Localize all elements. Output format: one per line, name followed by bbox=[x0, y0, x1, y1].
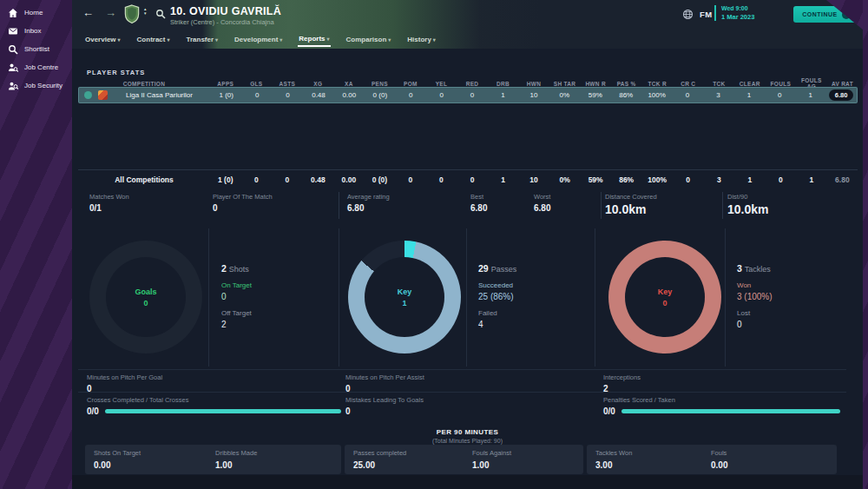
sidebar-item-label: Shortlist bbox=[24, 45, 49, 53]
column-header[interactable]: FOULS bbox=[766, 81, 797, 87]
club-badge-icon[interactable] bbox=[123, 4, 141, 24]
column-header[interactable]: TCK R bbox=[641, 81, 673, 87]
back-arrow-icon[interactable]: ← bbox=[82, 6, 94, 19]
chevron-down-icon: ▾ bbox=[279, 37, 282, 43]
stat-cell: 0 bbox=[426, 175, 457, 184]
column-header[interactable]: DRB bbox=[488, 81, 519, 87]
column-header[interactable]: APPS bbox=[210, 81, 241, 87]
stat-cell: 0% bbox=[549, 91, 580, 99]
passes-donut-chart: Key 1 bbox=[348, 241, 461, 354]
column-header[interactable]: POM bbox=[395, 81, 426, 87]
per90-stat: Fouls Against 1.00 bbox=[472, 449, 511, 470]
sidebar-item-inbox[interactable]: Inbox bbox=[0, 22, 72, 40]
per90-stat: Passes completed 25.00 bbox=[353, 449, 406, 470]
divider bbox=[722, 192, 723, 219]
column-header[interactable]: CR C bbox=[673, 81, 704, 87]
competition-name: Liga II Casa Pariurilor bbox=[126, 91, 193, 99]
sidebar-item-shortlist[interactable]: Shortlist bbox=[0, 40, 72, 58]
forward-arrow-icon[interactable]: → bbox=[105, 6, 116, 19]
section-title-player-stats: PLAYER STATS bbox=[87, 69, 145, 76]
stat-cell: 59% bbox=[580, 175, 611, 184]
rating-badge: 6.80 bbox=[829, 89, 854, 101]
sidebar-item-label: Home bbox=[24, 9, 43, 17]
shots-count: 2 bbox=[221, 263, 227, 274]
per90-stat: Fouls 0.00 bbox=[711, 449, 727, 470]
stat-cell: 0 bbox=[673, 175, 704, 184]
donut-center-label: Goals bbox=[135, 287, 156, 296]
donut-center-value: 0 bbox=[662, 299, 667, 307]
stat-cell: 100% bbox=[641, 91, 672, 99]
stat-cell: 0 bbox=[766, 175, 797, 184]
column-header[interactable]: ASTS bbox=[272, 81, 303, 87]
column-header[interactable]: COMPETITION bbox=[78, 81, 210, 87]
totals-label: All Competitions bbox=[78, 175, 210, 184]
divider bbox=[601, 192, 602, 219]
status-dot-icon bbox=[84, 91, 92, 99]
stat-cell: 0 bbox=[241, 175, 273, 184]
column-header[interactable]: SH TAR bbox=[549, 81, 581, 87]
column-header[interactable]: HWN bbox=[518, 81, 549, 87]
stat-cell: 0.00 bbox=[334, 91, 365, 99]
donut-center-label: Key bbox=[398, 287, 412, 296]
sidebar-item-label: Job Centre bbox=[24, 63, 58, 71]
per90-stat: Shots On Target 0.00 bbox=[94, 449, 141, 470]
job-security-icon bbox=[8, 81, 18, 91]
job-centre-icon bbox=[8, 63, 18, 73]
chevron-down-icon: ▾ bbox=[118, 37, 121, 43]
stat-cell: 0 bbox=[765, 91, 795, 99]
summary-worst-rating: Worst 6.80 bbox=[534, 193, 550, 213]
stat-cell: 100% bbox=[641, 175, 673, 184]
chevron-down-icon: ▾ bbox=[388, 37, 391, 43]
tab-contract[interactable]: Contract▾ bbox=[136, 32, 171, 46]
summary-average-rating: Average rating 6.80 bbox=[347, 193, 390, 213]
column-header[interactable]: CLEAR bbox=[734, 81, 766, 87]
passes-stats: 29Passes Succeeded 25 (86%) Failed 4 bbox=[478, 263, 595, 329]
search-icon[interactable] bbox=[155, 9, 166, 19]
tab-reports[interactable]: Reports▾ bbox=[298, 31, 330, 47]
stat-cell: 3 bbox=[704, 175, 735, 184]
stat-cell: 0 bbox=[426, 91, 457, 99]
column-header[interactable]: HWN R bbox=[580, 81, 611, 87]
game-datetime: Wed 9:00 1 Mar 2023 bbox=[714, 5, 754, 21]
chevron-down-icon: ▾ bbox=[433, 37, 436, 43]
column-header[interactable]: AV RAT bbox=[827, 81, 858, 87]
stat-cell: 1 bbox=[733, 91, 764, 99]
tab-overview[interactable]: Overview▾ bbox=[84, 32, 122, 46]
column-header[interactable]: XA bbox=[333, 81, 365, 87]
tab-transfer[interactable]: Transfer▾ bbox=[186, 32, 220, 46]
stat-cell: 10 bbox=[518, 175, 549, 184]
per90-panel-shooting: Shots On Target 0.00 Dribbles Made 1.00 bbox=[85, 445, 341, 474]
stat-cell: 0 bbox=[396, 91, 426, 99]
column-header[interactable]: PAS % bbox=[611, 81, 642, 87]
stat-cell: 0.48 bbox=[303, 175, 334, 184]
tackles-stats: 3Tackles Won 3 (100%) Lost 0 bbox=[737, 263, 854, 329]
stat-cell: 0 bbox=[272, 175, 303, 184]
summary-dist-per-90: Dist/90 10.0km bbox=[727, 193, 768, 216]
tab-development[interactable]: Development▾ bbox=[233, 32, 283, 46]
goals-donut-chart: Goals 0 bbox=[89, 241, 202, 354]
column-header[interactable]: GLS bbox=[241, 81, 273, 87]
tackles-donut-chart: Key 0 bbox=[608, 241, 721, 354]
column-header[interactable]: RED bbox=[457, 81, 488, 87]
club-switch-chevrons-icon[interactable]: ▴▾ bbox=[144, 7, 147, 15]
column-header[interactable]: TCK bbox=[704, 81, 735, 87]
stat-cell: 86% bbox=[611, 175, 642, 184]
stat-cell: 1 (0) bbox=[210, 175, 241, 184]
fm-app-window: Home Inbox Shortlist Job Centre Job Secu… bbox=[0, 0, 868, 489]
sidebar-item-job-centre[interactable]: Job Centre bbox=[0, 58, 72, 76]
stat-cell: 0 bbox=[457, 175, 488, 184]
globe-icon[interactable] bbox=[682, 9, 694, 20]
title-bar: ← → ▴▾ 10. OVIDIU GAVRILĂ Striker (Centr… bbox=[72, 0, 863, 30]
column-header[interactable]: YEL bbox=[426, 81, 457, 87]
tab-history[interactable]: History▾ bbox=[406, 32, 437, 46]
sidebar-item-home[interactable]: Home bbox=[0, 3, 72, 22]
sidebar-item-job-security[interactable]: Job Security bbox=[0, 76, 72, 95]
per90-stat: Tackles Won 3.00 bbox=[595, 449, 632, 470]
competition-stats-row[interactable]: Liga II Casa Pariurilor 1 (0) 0 0 0.48 0… bbox=[78, 87, 858, 103]
column-header[interactable]: XG bbox=[303, 81, 334, 87]
tab-comparison[interactable]: Comparison▾ bbox=[345, 32, 392, 46]
column-header[interactable]: PENS bbox=[365, 81, 396, 87]
interceptions: Interceptions 2 bbox=[603, 373, 641, 393]
per-90-header: PER 90 MINUTES (Total Minutes Played: 90… bbox=[72, 428, 863, 444]
stat-cell: 3 bbox=[703, 91, 733, 99]
